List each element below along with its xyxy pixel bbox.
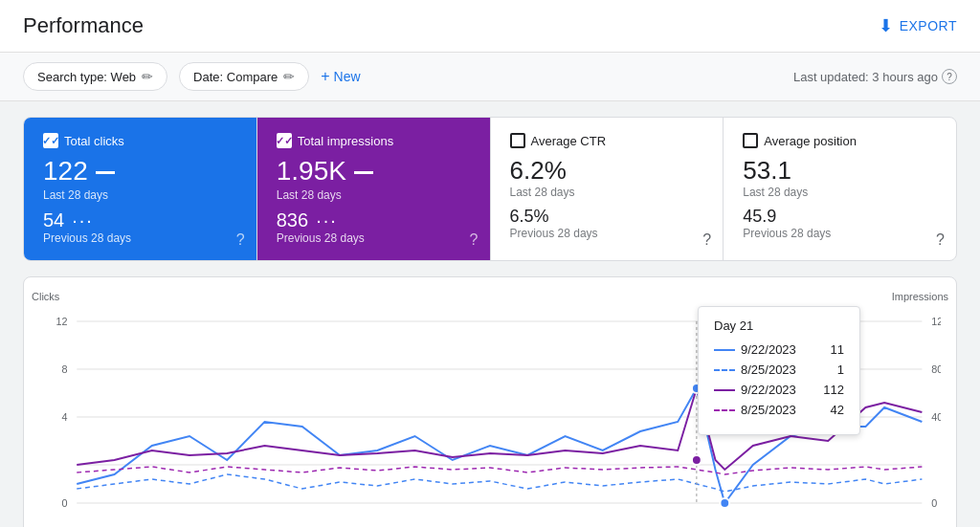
tooltip-line-0 (714, 349, 735, 351)
edit-icon: ✏ (142, 69, 153, 84)
search-type-filter[interactable]: Search type: Web ✏ (23, 62, 167, 91)
position-value: 53.1 (743, 156, 791, 185)
edit-icon-date: ✏ (283, 69, 295, 84)
tooltip-row-1: 8/25/2023 1 (714, 362, 844, 377)
svg-point-16 (692, 455, 702, 465)
ctr-value: 6.2% (510, 156, 567, 185)
filter-bar: Search type: Web ✏ Date: Compare ✏ + New… (0, 53, 980, 101)
metrics-row: ✓ Total clicks 122 Last 28 days 54 ··· P… (23, 117, 957, 261)
plus-icon: + (321, 68, 329, 85)
y-axis-right-label: Impressions (892, 291, 948, 302)
clicks-help-icon[interactable]: ? (236, 231, 245, 249)
export-button[interactable]: ⬇ EXPORT (879, 15, 957, 36)
position-period: Last 28 days (743, 186, 937, 199)
tooltip-line-2 (714, 389, 735, 391)
ctr-checkbox[interactable] (510, 133, 525, 148)
svg-text:40: 40 (931, 411, 941, 423)
tooltip-row-0: 9/22/2023 11 (714, 342, 844, 357)
download-icon: ⬇ (879, 15, 894, 36)
position-help-icon[interactable]: ? (936, 231, 945, 249)
clicks-label: Total clicks (64, 134, 124, 148)
main-content: ✓ Total clicks 122 Last 28 days 54 ··· P… (0, 101, 980, 527)
impressions-dash (354, 171, 373, 174)
impressions-prev-period: Previous 28 days (277, 231, 471, 245)
help-icon[interactable]: ? (942, 69, 957, 84)
metric-total-impressions[interactable]: ✓ Total impressions 1.95K Last 28 days 8… (257, 118, 491, 260)
position-prev-period: Previous 28 days (743, 227, 937, 240)
tooltip-line-3 (714, 409, 735, 411)
clicks-prev-period: Previous 28 days (43, 231, 237, 245)
impressions-label: Total impressions (298, 134, 393, 148)
clicks-dots: ··· (72, 209, 94, 231)
top-bar: Performance ⬇ EXPORT (0, 0, 980, 53)
impressions-checkbox[interactable]: ✓ (277, 133, 292, 148)
x-axis-labels: 4 8 12 16 20 24 28 (39, 522, 941, 527)
metric-total-clicks[interactable]: ✓ Total clicks 122 Last 28 days 54 ··· P… (24, 118, 257, 260)
tooltip-title: Day 21 (714, 318, 844, 333)
ctr-period: Last 28 days (510, 186, 704, 199)
ctr-prev-value: 6.5% (510, 207, 549, 226)
position-prev-value: 45.9 (743, 207, 776, 226)
new-button[interactable]: + New (321, 68, 360, 85)
clicks-checkbox[interactable]: ✓ (43, 133, 58, 148)
clicks-prev-value: 54 (43, 209, 64, 231)
svg-text:4: 4 (61, 411, 67, 423)
tooltip-row-3: 8/25/2023 42 (714, 403, 844, 417)
tooltip-line-1 (714, 369, 735, 371)
clicks-value: 122 (43, 156, 88, 187)
position-label: Average position (764, 134, 857, 148)
svg-text:0: 0 (61, 497, 67, 509)
impressions-help-icon[interactable]: ? (470, 231, 479, 249)
svg-text:12: 12 (56, 316, 67, 327)
ctr-label: Average CTR (531, 134, 607, 148)
impressions-value: 1.95K (277, 156, 346, 187)
tooltip-row-2: 9/22/2023 112 (714, 383, 844, 397)
chart-tooltip: Day 21 9/22/2023 11 8/25/2023 1 (698, 306, 860, 435)
y-axis-left-label: Clicks (32, 291, 59, 302)
search-type-label: Search type: Web (37, 70, 136, 84)
clicks-period: Last 28 days (43, 188, 237, 202)
svg-text:0: 0 (931, 497, 937, 509)
svg-text:80: 80 (931, 363, 941, 375)
position-checkbox[interactable] (743, 133, 758, 148)
last-updated: Last updated: 3 hours ago ? (793, 69, 957, 84)
clicks-dash (96, 171, 115, 174)
metric-avg-ctr[interactable]: Average CTR 6.2% Last 28 days 6.5% Previ… (491, 118, 724, 260)
svg-point-15 (720, 498, 729, 508)
impressions-period: Last 28 days (277, 188, 471, 202)
date-filter[interactable]: Date: Compare ✏ (179, 62, 309, 91)
svg-text:8: 8 (61, 363, 67, 375)
svg-text:120: 120 (931, 316, 941, 327)
date-label: Date: Compare (193, 70, 278, 84)
metric-avg-position[interactable]: Average position 53.1 Last 28 days 45.9 … (724, 118, 956, 260)
impressions-dots: ··· (316, 209, 338, 231)
ctr-prev-period: Previous 28 days (510, 227, 704, 240)
page-title: Performance (23, 13, 144, 38)
impressions-prev-value: 836 (277, 209, 308, 231)
chart-area: Clicks Impressions Day 21 9/22/2023 11 8… (23, 276, 957, 527)
ctr-help-icon[interactable]: ? (702, 231, 711, 249)
